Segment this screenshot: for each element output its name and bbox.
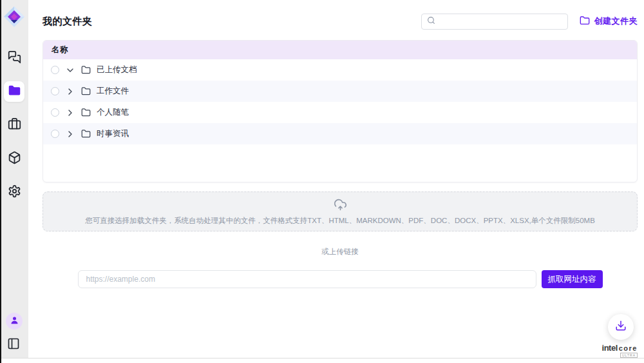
folder-name: 工作文件 — [97, 86, 129, 97]
sidebar — [0, 0, 28, 358]
page-title: 我的文件夹 — [43, 15, 93, 28]
window-left-edge — [0, 0, 1, 363]
sidebar-bottom — [6, 313, 23, 351]
folder-icon — [8, 84, 21, 100]
intel-wordmark: intel — [602, 343, 618, 353]
folder-table: 名称 已上传文档 工作文件 — [43, 40, 638, 182]
folder-name: 个人随笔 — [97, 107, 129, 118]
download-fab-button[interactable] — [608, 314, 634, 340]
page-header: 我的文件夹 创建文件夹 — [43, 13, 638, 30]
briefcase-icon — [8, 117, 21, 133]
cube-icon — [8, 151, 21, 167]
sidebar-collapse-button[interactable] — [7, 337, 21, 351]
name-column-header: 名称 — [52, 44, 68, 55]
folder-outline-icon — [81, 129, 91, 139]
chevron-down-icon[interactable] — [65, 65, 75, 75]
folder-plus-icon — [580, 15, 590, 28]
user-icon — [10, 315, 19, 328]
intel-core-logo: intel core ultra — [602, 343, 638, 358]
gear-icon — [8, 184, 21, 201]
upload-dropzone[interactable]: 您可直接选择加载文件夹，系统自动处理其中的文件，文件格式支持TXT、HTML、M… — [43, 191, 638, 231]
folder-outline-icon — [81, 86, 91, 96]
cloud-upload-icon — [334, 198, 347, 214]
chevron-right-icon[interactable] — [65, 129, 75, 139]
chat-icon — [8, 50, 21, 66]
user-avatar[interactable] — [6, 313, 23, 329]
folder-outline-icon — [81, 108, 91, 117]
folder-row[interactable]: 已上传文档 — [43, 59, 637, 81]
search-box — [421, 14, 568, 30]
app-logo-icon[interactable] — [3, 5, 26, 28]
folder-row[interactable]: 个人随笔 — [43, 102, 637, 123]
or-upload-link-label: 或上传链接 — [43, 247, 638, 257]
sidebar-item-folders[interactable] — [4, 81, 24, 102]
sidebar-nav — [4, 48, 24, 202]
folder-table-body: 已上传文档 工作文件 个人随笔 — [43, 59, 637, 144]
sidebar-item-workspace[interactable] — [4, 115, 24, 135]
table-header-row: 名称 — [43, 41, 637, 59]
main-content: 我的文件夹 创建文件夹 — [28, 0, 644, 358]
sidebar-item-chat[interactable] — [4, 48, 24, 68]
chevron-right-icon[interactable] — [65, 86, 75, 97]
row-checkbox[interactable] — [51, 108, 59, 117]
search-input[interactable] — [439, 17, 562, 26]
download-icon — [615, 320, 627, 334]
intel-badge: ultra — [620, 353, 638, 358]
row-checkbox[interactable] — [51, 87, 59, 95]
create-folder-button[interactable]: 创建文件夹 — [580, 15, 638, 28]
create-folder-label: 创建文件夹 — [594, 15, 638, 27]
url-input[interactable] — [78, 270, 536, 288]
folder-row[interactable]: 工作文件 — [43, 81, 637, 102]
core-wordmark: core — [619, 344, 638, 352]
folder-row[interactable]: 时事资讯 — [43, 123, 637, 144]
folder-name: 已上传文档 — [97, 64, 137, 75]
upload-hint-text: 您可直接选择加载文件夹，系统自动处理其中的文件，文件格式支持TXT、HTML、M… — [85, 216, 595, 226]
app-window: 我的文件夹 创建文件夹 — [0, 0, 644, 358]
chevron-right-icon[interactable] — [65, 108, 75, 118]
sidebar-item-settings[interactable] — [4, 182, 24, 202]
row-checkbox[interactable] — [51, 130, 59, 138]
search-icon — [427, 15, 435, 27]
folder-outline-icon — [81, 65, 91, 75]
row-checkbox[interactable] — [51, 66, 59, 74]
url-upload-row: 抓取网址内容 — [43, 270, 638, 288]
panel-left-icon — [7, 341, 20, 352]
sidebar-item-models[interactable] — [4, 148, 24, 169]
fetch-url-button[interactable]: 抓取网址内容 — [542, 270, 603, 288]
folder-name: 时事资讯 — [97, 128, 129, 139]
